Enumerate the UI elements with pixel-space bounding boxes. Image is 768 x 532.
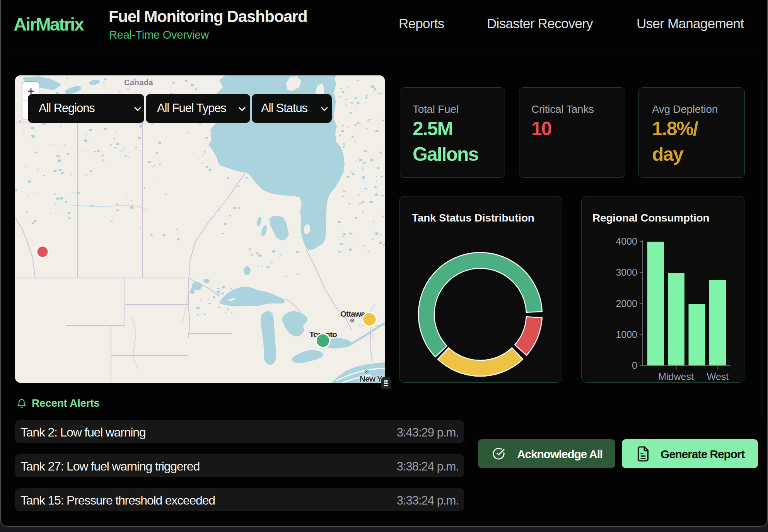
svg-text:Ottawa: Ottawa — [340, 309, 365, 318]
svg-text:2000: 2000 — [616, 298, 637, 309]
svg-text:1000: 1000 — [616, 329, 637, 340]
svg-text:Canada: Canada — [124, 78, 154, 87]
svg-text:Midwest: Midwest — [658, 371, 694, 382]
svg-text:4000: 4000 — [616, 236, 637, 247]
svg-text:West: West — [707, 371, 729, 382]
svg-text:0: 0 — [632, 360, 637, 371]
svg-text:3000: 3000 — [616, 267, 637, 278]
